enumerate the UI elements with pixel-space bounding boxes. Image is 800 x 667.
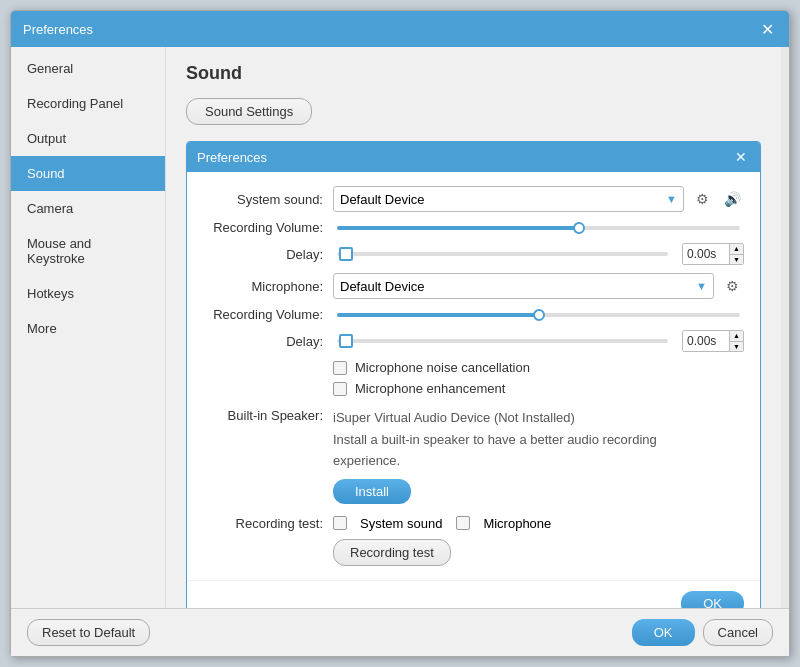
mic-volume-fill	[337, 313, 539, 317]
system-volume-track	[337, 226, 740, 230]
section-title: Sound	[186, 63, 761, 84]
mic-recording-volume-label: Recording Volume:	[203, 307, 333, 322]
preferences-dialog: Preferences ✕ System sound: Default Devi…	[186, 141, 761, 608]
title-bar: Preferences ✕	[11, 11, 789, 47]
mic-delay-value: 0.00s	[683, 331, 729, 351]
microphone-check-item: Microphone	[456, 516, 551, 531]
recording-test-label: Recording test:	[203, 516, 333, 531]
system-sound-check-label: System sound	[360, 516, 442, 531]
system-sound-dropdown[interactable]: Default Device ▼	[333, 186, 684, 212]
recording-test-checks: System sound Microphone	[333, 516, 551, 531]
system-delay-slider[interactable]	[333, 252, 672, 256]
microphone-label: Microphone:	[203, 279, 333, 294]
mic-delay-track	[337, 339, 668, 343]
mic-delay-arrows: ▲ ▼	[729, 331, 743, 351]
mic-volume-track	[337, 313, 740, 317]
mic-delay-up-button[interactable]: ▲	[730, 331, 743, 342]
mic-delay-spinbox[interactable]: 0.00s ▲ ▼	[682, 330, 744, 352]
pref-dialog-title: Preferences	[197, 150, 267, 165]
sidebar-item-hotkeys[interactable]: Hotkeys	[11, 276, 165, 311]
sidebar-item-camera[interactable]: Camera	[11, 191, 165, 226]
main-content: Sound Sound Settings Preferences ✕ Syste…	[166, 47, 781, 608]
microphone-checkbox[interactable]	[456, 516, 470, 530]
builtin-speaker-row: Built-in Speaker: iSuper Virtual Audio D…	[203, 408, 744, 471]
builtin-speaker-text1: iSuper Virtual Audio Device (Not Install…	[333, 408, 575, 428]
mic-volume-slider[interactable]	[333, 313, 744, 317]
system-delay-down-button[interactable]: ▼	[730, 255, 743, 265]
system-delay-thumb[interactable]	[339, 247, 353, 261]
bottom-right-buttons: OK Cancel	[632, 619, 773, 646]
pref-title-bar: Preferences ✕	[187, 142, 760, 172]
recording-test-button[interactable]: Recording test	[333, 539, 451, 566]
scrollbar[interactable]	[781, 47, 789, 608]
recording-volume-label: Recording Volume:	[203, 220, 333, 235]
microphone-dropdown[interactable]: Default Device ▼	[333, 273, 714, 299]
microphone-controls: Default Device ▼ ⚙	[333, 273, 744, 299]
system-delay-value: 0.00s	[683, 244, 729, 264]
builtin-speaker-text2: Install a built-in speaker to have a bet…	[333, 430, 657, 450]
system-recording-volume-row: Recording Volume:	[203, 220, 744, 235]
mic-delay-down-button[interactable]: ▼	[730, 342, 743, 352]
mic-delay-label: Delay:	[203, 334, 333, 349]
system-sound-check-item: System sound	[333, 516, 442, 531]
system-sound-controls: Default Device ▼ ⚙ 🔊	[333, 186, 744, 212]
system-delay-spinbox[interactable]: 0.00s ▲ ▼	[682, 243, 744, 265]
system-sound-checkbox[interactable]	[333, 516, 347, 530]
pref-ok-button[interactable]: OK	[681, 591, 744, 609]
sidebar-item-sound[interactable]: Sound	[11, 156, 165, 191]
enhancement-row: Microphone enhancement	[333, 381, 744, 396]
system-volume-thumb[interactable]	[573, 222, 585, 234]
mic-dropdown-arrow-icon: ▼	[696, 280, 707, 292]
mic-delay-controls: 0.00s ▲ ▼	[333, 330, 744, 352]
mic-delay-thumb[interactable]	[339, 334, 353, 348]
dropdown-arrow-icon: ▼	[666, 193, 677, 205]
system-sound-settings-icon[interactable]: ⚙	[690, 187, 714, 211]
mic-recording-volume-row: Recording Volume:	[203, 307, 744, 322]
bottom-bar: Reset to Default OK Cancel	[11, 608, 789, 656]
pref-dialog-close-button[interactable]: ✕	[732, 148, 750, 166]
mic-recording-volume-controls	[333, 313, 744, 317]
pref-body: System sound: Default Device ▼ ⚙ 🔊 Re	[187, 172, 760, 580]
pref-footer: OK	[187, 580, 760, 609]
enhancement-label: Microphone enhancement	[355, 381, 505, 396]
microphone-row: Microphone: Default Device ▼ ⚙	[203, 273, 744, 299]
system-delay-arrows: ▲ ▼	[729, 244, 743, 264]
mic-delay-row: Delay: 0.00s ▲	[203, 330, 744, 352]
system-delay-row: Delay: 0.00s ▲	[203, 243, 744, 265]
recording-volume-controls	[333, 226, 744, 230]
sidebar-item-general[interactable]: General	[11, 51, 165, 86]
sound-settings-button[interactable]: Sound Settings	[186, 98, 312, 125]
system-sound-value: Default Device	[340, 192, 425, 207]
recording-test-row: Recording test: System sound Microphone	[203, 516, 744, 531]
sidebar-item-mouse-and-keystroke[interactable]: Mouse and Keystroke	[11, 226, 165, 276]
sidebar-item-recording-panel[interactable]: Recording Panel	[11, 86, 165, 121]
mic-volume-thumb[interactable]	[533, 309, 545, 321]
reset-to-default-button[interactable]: Reset to Default	[27, 619, 150, 646]
microphone-value: Default Device	[340, 279, 425, 294]
builtin-speaker-text3: experience.	[333, 451, 400, 471]
microphone-settings-icon[interactable]: ⚙	[720, 274, 744, 298]
builtin-speaker-label: Built-in Speaker:	[203, 408, 333, 423]
window-close-button[interactable]: ✕	[757, 19, 777, 39]
sidebar-item-output[interactable]: Output	[11, 121, 165, 156]
noise-cancel-checkbox[interactable]	[333, 361, 347, 375]
system-volume-slider[interactable]	[333, 226, 744, 230]
sidebar-item-more[interactable]: More	[11, 311, 165, 346]
ok-button[interactable]: OK	[632, 619, 695, 646]
sidebar: GeneralRecording PanelOutputSoundCameraM…	[11, 47, 166, 608]
mic-delay-slider[interactable]	[333, 339, 672, 343]
install-button[interactable]: Install	[333, 479, 411, 504]
noise-cancel-row: Microphone noise cancellation	[333, 360, 744, 375]
builtin-speaker-info: iSuper Virtual Audio Device (Not Install…	[333, 408, 744, 471]
main-window: Preferences ✕ GeneralRecording PanelOutp…	[10, 10, 790, 657]
system-sound-volume-icon[interactable]: 🔊	[720, 187, 744, 211]
enhancement-checkbox[interactable]	[333, 382, 347, 396]
system-delay-controls: 0.00s ▲ ▼	[333, 243, 744, 265]
noise-cancel-label: Microphone noise cancellation	[355, 360, 530, 375]
system-sound-row: System sound: Default Device ▼ ⚙ 🔊	[203, 186, 744, 212]
system-delay-up-button[interactable]: ▲	[730, 244, 743, 255]
system-volume-fill	[337, 226, 579, 230]
cancel-button[interactable]: Cancel	[703, 619, 773, 646]
window-body: GeneralRecording PanelOutputSoundCameraM…	[11, 47, 789, 608]
window-title: Preferences	[23, 22, 93, 37]
